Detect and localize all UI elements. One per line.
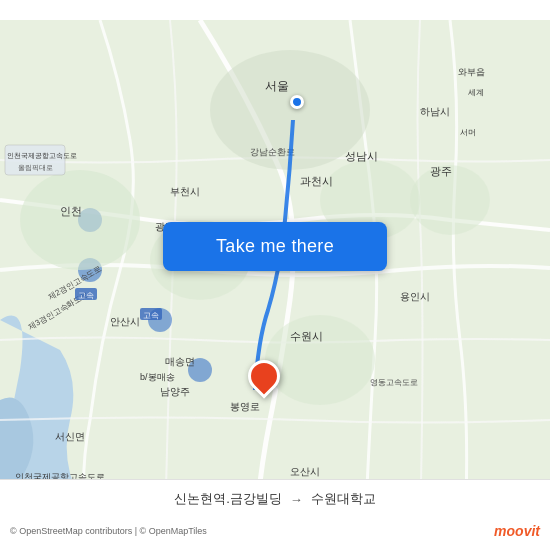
destination-marker xyxy=(248,360,280,392)
svg-text:서신면: 서신면 xyxy=(55,431,85,442)
moovit-brand-name: moovit xyxy=(494,523,540,539)
svg-text:수원시: 수원시 xyxy=(290,330,323,342)
svg-text:와부읍: 와부읍 xyxy=(458,67,485,77)
svg-text:올림픽대로: 올림픽대로 xyxy=(18,164,53,172)
svg-text:과천시: 과천시 xyxy=(300,175,333,187)
route-origin-label: 신논현역.금강빌딩 xyxy=(174,490,282,508)
map-container: 인천 서울 부천시 광명시 안양시 과천시 성남시 광주 수원시 용인시 남양주… xyxy=(0,0,550,550)
svg-text:봉영로: 봉영로 xyxy=(230,401,260,412)
svg-text:인천: 인천 xyxy=(60,205,82,217)
openstreetmap-credit: © OpenStreetMap contributors | © OpenMap… xyxy=(10,526,207,536)
svg-text:서머: 서머 xyxy=(460,128,476,137)
svg-text:영동고속도로: 영동고속도로 xyxy=(370,378,418,387)
map-background: 인천 서울 부천시 광명시 안양시 과천시 성남시 광주 수원시 용인시 남양주… xyxy=(0,0,550,550)
attribution-text: © OpenStreetMap contributors | © OpenMap… xyxy=(10,526,207,536)
svg-text:매송면: 매송면 xyxy=(165,356,195,367)
svg-text:고속: 고속 xyxy=(78,291,94,300)
origin-marker xyxy=(290,95,304,109)
svg-text:강남순환로: 강남순환로 xyxy=(250,147,295,157)
svg-text:서울: 서울 xyxy=(265,79,289,93)
svg-text:인천국제공항고속도로: 인천국제공항고속도로 xyxy=(7,152,77,160)
take-me-there-button[interactable]: Take me there xyxy=(163,222,387,271)
route-arrow-icon: → xyxy=(290,492,303,507)
svg-text:고속: 고속 xyxy=(143,311,159,320)
moovit-logo: moovit xyxy=(494,523,540,539)
svg-text:오산시: 오산시 xyxy=(290,466,320,477)
svg-text:안산시: 안산시 xyxy=(110,316,140,327)
svg-point-8 xyxy=(265,315,375,405)
svg-text:b/봉매송: b/봉매송 xyxy=(140,372,175,382)
svg-text:성남시: 성남시 xyxy=(345,150,378,162)
svg-text:광주: 광주 xyxy=(430,165,452,177)
svg-text:남양주: 남양주 xyxy=(160,386,190,397)
svg-text:부천시: 부천시 xyxy=(170,186,200,197)
svg-point-5 xyxy=(20,170,140,270)
route-destination-label: 수원대학교 xyxy=(311,490,376,508)
svg-text:용인시: 용인시 xyxy=(400,291,430,302)
svg-text:하남시: 하남시 xyxy=(420,106,450,117)
svg-text:세계: 세계 xyxy=(468,88,484,97)
route-info-bar: 신논현역.금강빌딩 → 수원대학교 xyxy=(0,479,550,518)
